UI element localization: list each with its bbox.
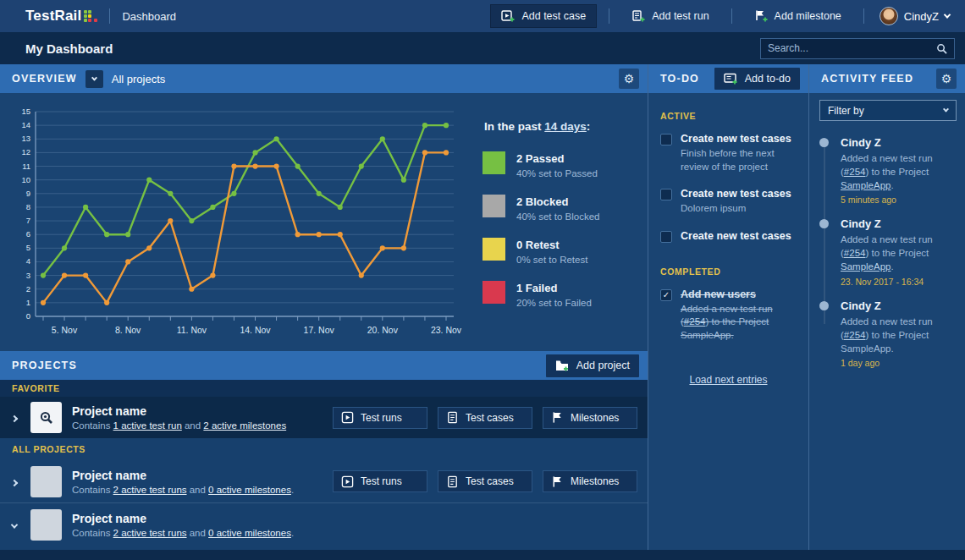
svg-text:2: 2: [26, 284, 30, 294]
legend-label: 2 Blocked: [516, 195, 599, 208]
project-link[interactable]: SampleApp: [841, 180, 891, 190]
test-case-icon: [501, 9, 515, 23]
todo-item-title: Create new test cases: [681, 133, 792, 145]
test-runs-label: Test runs: [361, 475, 402, 487]
page-title: My Dashboard: [25, 41, 113, 56]
search-icon[interactable]: [936, 43, 947, 54]
add-project-button[interactable]: Add project: [546, 354, 639, 377]
completed-section-label: COMPLETED: [660, 266, 797, 277]
milestones-label: Milestones: [571, 412, 619, 424]
feed-user: Cindy Z: [841, 136, 957, 149]
feed-text: Added a new test run (#254) to the Proje…: [841, 233, 957, 273]
todo-checkbox[interactable]: [660, 231, 672, 243]
overview-body: 01234567891011121314155. Nov8. Nov11. No…: [0, 93, 648, 351]
filter-by-dropdown[interactable]: Filter by: [819, 100, 957, 121]
collapse-chevron-icon[interactable]: [12, 519, 20, 531]
project-icon: [30, 509, 62, 541]
active-test-runs-link[interactable]: 1 active test run: [113, 420, 182, 431]
legend-sub: 40% set to Passed: [516, 168, 598, 178]
topbar-actions: Add test case Add test run Add milestone…: [490, 4, 953, 28]
expand-chevron-icon[interactable]: [12, 411, 20, 424]
search-input[interactable]: [768, 42, 936, 54]
load-next-entries-link[interactable]: Load next entries: [660, 374, 797, 386]
all-projects-label: ALL PROJECTS: [0, 438, 648, 460]
folder-add-icon: [555, 360, 570, 372]
add-milestone-button[interactable]: Add milestone: [744, 5, 852, 27]
feed-text: Added a new test run (#254) to the Proje…: [841, 151, 957, 192]
chevron-down-icon: [944, 11, 951, 18]
svg-text:17. Nov: 17. Nov: [304, 325, 335, 335]
test-run-link[interactable]: #254: [844, 167, 866, 177]
projects-header: PROJECTS Add project: [0, 351, 648, 380]
project-filter-value[interactable]: All projects: [112, 73, 166, 85]
test-cases-label: Test cases: [466, 412, 514, 424]
add-todo-button[interactable]: Add to-do: [714, 68, 800, 90]
project-info: Project name Contains 1 active test run …: [72, 404, 323, 431]
favorite-project-row[interactable]: Project name Contains 1 active test run …: [0, 397, 648, 438]
logo-period-dot: [94, 19, 97, 22]
svg-text:4: 4: [26, 256, 30, 266]
project-info: Project name Contains 2 active test runs…: [72, 512, 637, 538]
activity-settings-button[interactable]: ⚙: [936, 69, 957, 89]
add-todo-label: Add to-do: [745, 73, 791, 85]
activity-feed-panel: ACTIVITY FEED ⚙ Filter by Cindy Z Added …: [808, 64, 965, 550]
project-link[interactable]: SampleApp: [841, 261, 891, 272]
todo-checkbox[interactable]: [660, 134, 672, 145]
test-run-link[interactable]: #254: [844, 248, 866, 258]
project-row[interactable]: Project name Contains 2 active test runs…: [0, 460, 648, 502]
active-milestones-link[interactable]: 0 active milestones: [208, 485, 291, 495]
test-cases-button[interactable]: Test cases: [438, 407, 532, 429]
user-menu[interactable]: CindyZ: [876, 7, 953, 25]
divider: [109, 8, 110, 24]
milestone-icon: [754, 9, 768, 23]
main-column: OVERVIEW All projects ⚙ 0123456789101112…: [0, 64, 648, 550]
legend-item-passed: 2 Passed 40% set to Passed: [482, 151, 599, 178]
svg-text:6: 6: [26, 229, 30, 239]
project-name: Project name: [72, 469, 323, 482]
project-row[interactable]: Project name Contains 2 active test runs…: [0, 503, 648, 546]
test-run-link[interactable]: #254: [684, 316, 706, 327]
search-box[interactable]: [760, 38, 955, 59]
overview-settings-button[interactable]: ⚙: [619, 69, 639, 89]
feed-user: Cindy Z: [841, 299, 957, 312]
legend-sub: 20% set to Failed: [516, 298, 592, 308]
add-test-run-button[interactable]: Add test run: [621, 5, 719, 27]
active-milestones-link[interactable]: 2 active milestones: [203, 420, 286, 431]
add-milestone-label: Add milestone: [775, 10, 841, 22]
expand-chevron-icon[interactable]: [12, 475, 20, 488]
play-icon: [341, 411, 354, 424]
active-test-runs-link[interactable]: 2 active test runs: [113, 528, 187, 538]
divider: [863, 8, 864, 24]
project-subtitle: Contains 2 active test runs and 0 active…: [72, 485, 323, 495]
active-milestones-link[interactable]: 0 active milestones: [208, 528, 291, 538]
milestones-button[interactable]: Milestones: [543, 470, 637, 492]
activity-feed-body: Filter by Cindy Z Added a new test run (…: [809, 93, 965, 550]
testrail-app: TestRail Dashboard Add test case: [0, 0, 965, 560]
legend-item-retest: 0 Retest 0% set to Retest: [482, 238, 599, 265]
activity-feed-header: ACTIVITY FEED ⚙: [809, 64, 965, 93]
test-run-link[interactable]: #254: [844, 330, 866, 340]
svg-text:3: 3: [26, 271, 30, 280]
gear-icon: ⚙: [624, 72, 635, 85]
todo-checkbox-checked[interactable]: ✓: [660, 289, 672, 301]
milestones-button[interactable]: Milestones: [543, 407, 637, 429]
todo-checkbox[interactable]: [660, 189, 672, 200]
svg-text:13: 13: [21, 134, 30, 143]
test-run-icon: [631, 9, 645, 23]
todo-item-title: Add new users: [681, 288, 792, 300]
svg-text:14: 14: [21, 120, 30, 129]
testrail-logo[interactable]: TestRail: [25, 8, 97, 25]
breadcrumb-dashboard[interactable]: Dashboard: [122, 10, 176, 23]
add-test-run-label: Add test run: [652, 10, 709, 22]
todo-title: TO-DO: [660, 73, 699, 85]
active-test-runs-link[interactable]: 2 active test runs: [113, 485, 187, 495]
overview-header: OVERVIEW All projects ⚙: [0, 64, 648, 93]
project-filter-dropdown[interactable]: [85, 70, 103, 88]
days-range-link[interactable]: 14 days: [544, 120, 587, 133]
test-cases-button[interactable]: Test cases: [438, 470, 532, 492]
add-test-case-button[interactable]: Add test case: [490, 4, 597, 28]
todo-item-title: Create new test cases: [681, 230, 791, 242]
test-runs-button[interactable]: Test runs: [333, 407, 427, 429]
test-runs-button[interactable]: Test runs: [333, 470, 427, 492]
svg-text:23. Nov: 23. Nov: [431, 325, 462, 335]
